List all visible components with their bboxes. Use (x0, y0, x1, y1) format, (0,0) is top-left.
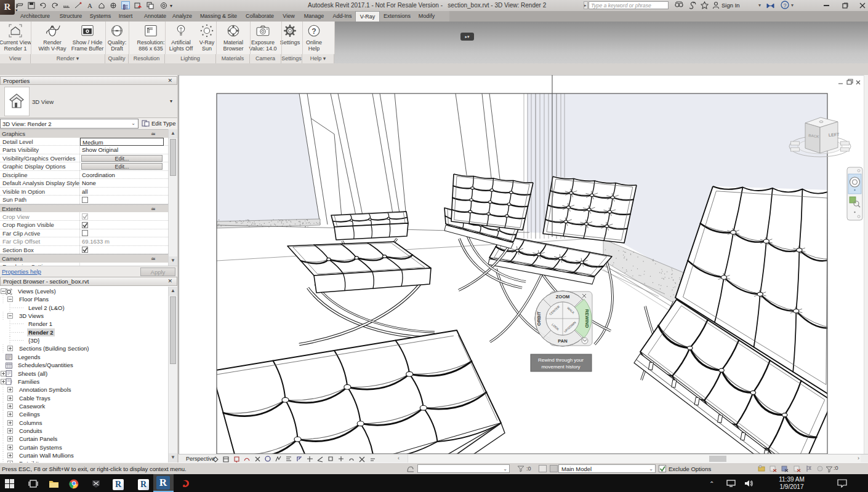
svg-text:movement history: movement history (541, 364, 580, 370)
svg-text:PAN: PAN (558, 338, 567, 344)
svg-text:ZOOM: ZOOM (556, 294, 570, 300)
svg-text:ORBIT: ORBIT (536, 311, 542, 326)
svg-text:Rewind through your: Rewind through your (538, 357, 584, 363)
svg-text:?: ? (311, 27, 316, 36)
svg-text:LEFT: LEFT (829, 132, 840, 137)
svg-text:?: ? (783, 2, 786, 9)
svg-text:REWIND: REWIND (584, 309, 590, 328)
svg-text:A: A (87, 2, 92, 9)
